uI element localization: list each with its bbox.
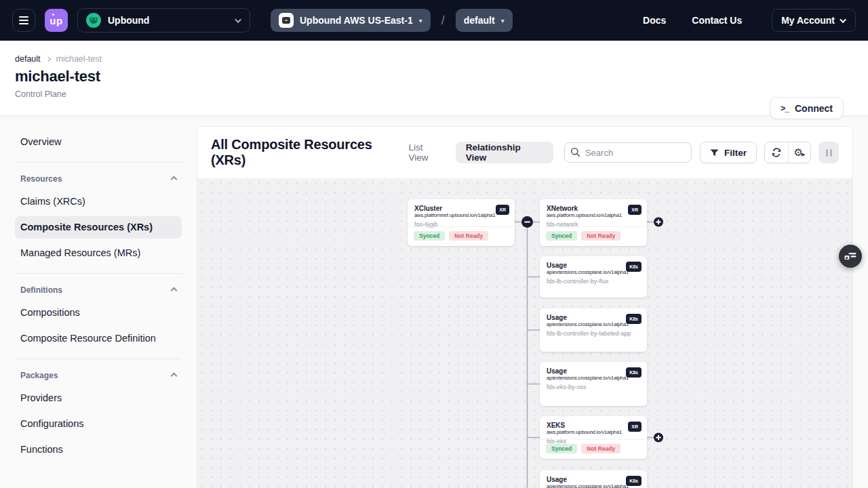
graph-node-xcluster[interactable]: XCluster aws.platformref.upbound.io/v1al… [408,199,515,246]
resources-toolbar: All Composite Resources (XRs) List View … [197,127,852,178]
panel-title: All Composite Resources (XRs) [211,137,408,168]
node-status-row: Synced Not Ready [540,226,647,247]
section-label: Definitions [20,285,62,295]
page-subtitle: Control Plane [15,89,868,99]
search-input[interactable] [564,142,692,163]
connect-button[interactable]: >_ Connect [770,97,844,119]
sidebar-section-definitions[interactable]: Definitions [15,283,182,298]
sidebar-item-configurations[interactable]: Configurations [15,413,182,435]
org-avatar-icon [86,13,101,28]
not-ready-status-badge: Not Ready [581,231,620,241]
refresh-icon [771,148,782,157]
pause-updates-button[interactable] [818,142,839,163]
filter-button[interactable]: Filter [700,142,757,163]
graph-actions-group: ⚙ ▶ [764,142,811,163]
node-title: XNetwork [547,205,640,212]
filter-button-label: Filter [724,148,747,158]
not-ready-status-badge: Not Ready [581,444,620,454]
graph-edges [197,178,852,488]
sidebar-navigation: Overview Resources Claims (XRCs) Composi… [0,115,197,488]
path-separator: / [441,14,445,28]
graph-node-xnetwork[interactable]: XNetwork aws.platform.upbound.io/v1alpha… [540,199,647,246]
section-label: Packages [20,371,58,380]
my-account-menu[interactable]: My Account [772,9,856,32]
pause-icon [826,149,828,157]
graph-legend-drawer-button[interactable] [839,245,862,268]
organization-name: Upbound [108,15,149,26]
breadcrumb: default michael-test [15,54,868,64]
breadcrumb-current: michael-test [56,54,102,64]
breadcrumb-parent[interactable]: default [15,54,41,64]
chevron-up-icon [171,287,178,293]
graph-node-usage-eks-oss[interactable]: Usage apiextensions.crossplane.io/v1alph… [540,362,647,406]
sidebar-item-managed-resources[interactable]: Managed Resources (MRs) [15,242,182,264]
node-resource-name: fds-eks-by-oss [547,384,640,390]
node-resource-name: fds-lb-controller-by-labeled-app [547,330,640,337]
node-api-version: aws.platformref.upbound.io/v1alpha1 [414,212,508,218]
synced-status-badge: Synced [546,444,577,454]
organization-selector[interactable]: Upbound [77,8,250,33]
breadcrumb-chevron-icon [45,56,50,61]
graph-node-xeks[interactable]: XEKS aws.platform.upbound.io/v1alpha1 fd… [540,416,647,459]
node-resource-name: fds-lb-controller-by-flux [547,278,640,285]
docs-link[interactable]: Docs [643,15,666,26]
contact-us-link[interactable]: Contact Us [692,15,742,26]
chevron-down-icon [840,16,846,23]
chevron-down-icon [235,16,241,23]
control-plane-name: default [464,15,495,26]
group-name: Upbound AWS US-East-1 [300,15,413,26]
main-panel: All Composite Resources (XRs) List View … [197,126,853,488]
run-operations-button[interactable]: ⚙ ▶ [788,142,811,163]
group-selector[interactable]: Upbound AWS US-East-1 ▾ [271,9,431,32]
play-icon: ▶ [802,152,805,157]
filter-funnel-icon [710,149,719,157]
expand-node-button[interactable] [654,433,663,443]
k8s-badge: K8s [626,476,642,486]
page-header: default michael-test michael-test Contro… [0,41,868,115]
sidebar-section-packages[interactable]: Packages [15,368,182,383]
sidebar-item-claims[interactable]: Claims (XRCs) [15,190,182,213]
page-title: michael-test [15,68,868,85]
refresh-button[interactable] [765,142,788,163]
sidebar-item-overview[interactable]: Overview [15,131,182,153]
graph-node-usage-bottom[interactable]: Usage apiextensions.crossplane.io/v1alph… [540,470,647,488]
sidebar-section-resources[interactable]: Resources [15,171,182,186]
synced-status-badge: Synced [546,231,577,241]
upbound-logo[interactable]: up [45,9,68,32]
graph-node-usage-flux[interactable]: Usage apiextensions.crossplane.io/v1alph… [540,256,647,298]
node-status-row: Synced Not Ready [540,439,647,460]
synced-status-badge: Synced [414,231,445,241]
sidebar-item-functions[interactable]: Functions [15,439,182,461]
search-icon [570,147,580,157]
xr-badge: XR [628,422,642,432]
sidebar-item-compositions[interactable]: Compositions [15,302,182,324]
control-plane-group-icon [279,13,294,28]
chevron-up-icon [171,176,178,182]
node-title: XCluster [414,205,508,212]
sidebar-item-providers[interactable]: Providers [15,387,182,409]
k8s-badge: K8s [626,262,642,272]
control-plane-selector[interactable]: default ▾ [456,9,513,32]
section-label: Resources [20,174,62,184]
node-api-version: aws.platform.upbound.io/v1alpha1 [547,429,640,435]
collapse-node-button[interactable] [521,216,533,228]
not-ready-status-badge: Not Ready [449,231,488,241]
relationship-view-tab[interactable]: Relationship View [456,142,553,163]
chevron-up-icon [171,372,178,379]
graph-node-usage-labeled-app[interactable]: Usage apiextensions.crossplane.io/v1alph… [540,308,647,352]
connect-button-label: Connect [795,103,833,114]
relationship-graph-canvas[interactable]: XCluster aws.platformref.upbound.io/v1al… [197,178,852,488]
node-title: XEKS [547,422,640,429]
caret-down-icon: ▾ [419,17,422,24]
xr-badge: XR [496,205,509,215]
sidebar-item-composite-resources[interactable]: Composite Resources (XRs) [15,216,182,239]
k8s-badge: K8s [626,314,642,324]
hamburger-menu-icon[interactable] [12,9,35,32]
sidebar-item-xrd[interactable]: Composite Resource Definition [15,327,182,350]
list-view-tab[interactable]: List View [408,142,444,163]
sidebar-divider [15,273,182,274]
legend-icon [844,251,856,261]
expand-node-button[interactable] [654,218,663,227]
k8s-badge: K8s [626,367,642,378]
xr-badge: XR [628,205,642,215]
